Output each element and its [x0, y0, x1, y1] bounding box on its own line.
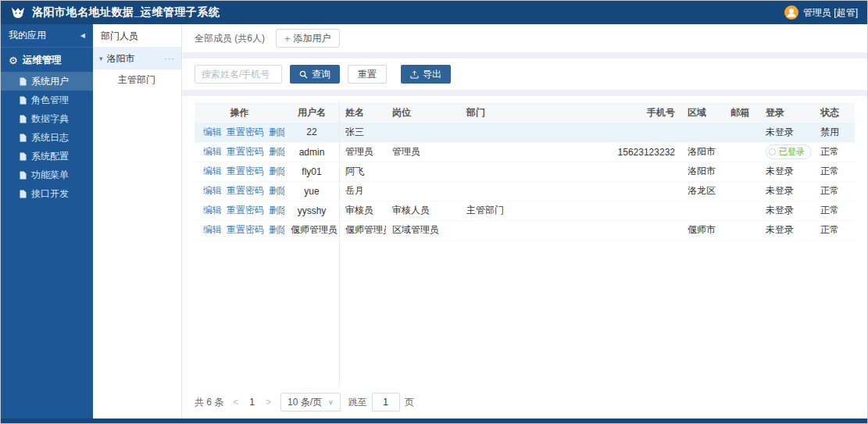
sidebar-header-label: 我的应用	[9, 29, 46, 42]
sidebar-item[interactable]: 角色管理	[1, 91, 93, 109]
topbar: 洛阳市地名地址数据_运维管理子系统 管理员 [超管]	[1, 1, 867, 24]
sidebar-item[interactable]: 系统配置	[1, 147, 93, 166]
edit-link[interactable]: 编辑	[203, 205, 222, 216]
delete-link[interactable]: 删除	[269, 224, 284, 235]
page-size-select[interactable]: 10 条/页 ∨	[280, 393, 341, 412]
app-logo-icon	[10, 5, 26, 20]
reset-password-link[interactable]: 重置密码	[227, 185, 264, 196]
next-page-button[interactable]: >	[264, 397, 273, 408]
user-area[interactable]: 管理员 [超管]	[784, 5, 858, 20]
member-bar: 全部成员 (共6人) + 添加用户	[182, 24, 867, 52]
edit-link[interactable]: 编辑	[203, 146, 222, 157]
table-row[interactable]: 编辑重置密码删除 偃师管理员 偃师管理员 区域管理员 偃师市	[195, 220, 855, 240]
reset-password-link[interactable]: 重置密码	[227, 126, 264, 137]
sidebar-group-ops[interactable]: ⚙ 运维管理	[1, 48, 93, 72]
search-bar: 查询 重置 导出	[182, 59, 867, 90]
row-actions: 编辑重置密码删除	[195, 162, 284, 181]
tree-node-more-icon[interactable]: ···	[164, 54, 175, 63]
chevron-down-icon[interactable]: ▾	[99, 55, 103, 62]
row-actions: 编辑重置密码删除	[195, 201, 284, 220]
add-user-button[interactable]: + 添加用户	[276, 29, 340, 48]
cell-email	[724, 181, 759, 201]
jump-label: 跳至	[348, 396, 367, 409]
edit-link[interactable]: 编辑	[203, 166, 222, 176]
query-button[interactable]: 查询	[290, 65, 340, 84]
current-page[interactable]: 1	[248, 397, 256, 408]
row-actions: 编辑重置密码删除	[195, 123, 284, 142]
edit-link[interactable]: 编辑	[203, 126, 222, 137]
cell-department	[460, 162, 599, 181]
table-row[interactable]: 编辑重置密码删除 22 张三	[195, 123, 855, 142]
row-actions: 编辑重置密码删除	[195, 181, 284, 201]
cell-status: 正常	[814, 162, 855, 181]
document-icon	[20, 190, 27, 198]
cell-department	[460, 142, 599, 162]
cell-name: 阿飞	[339, 162, 386, 181]
cell-login: 未登录 未登录	[759, 201, 814, 220]
delete-link[interactable]: 删除	[269, 205, 284, 216]
delete-link[interactable]: 删除	[269, 126, 284, 137]
delete-link[interactable]: 删除	[269, 185, 284, 196]
gear-icon: ⚙	[9, 55, 18, 66]
sidebar-item[interactable]: 系统用户	[1, 72, 93, 91]
prev-page-button[interactable]: <	[231, 397, 240, 408]
plus-icon: +	[284, 33, 291, 45]
cell-position: 区域管理员	[386, 220, 460, 240]
delete-link[interactable]: 删除	[269, 166, 284, 176]
pagination: 共 6 条 < 1 > 10 条/页 ∨ 跳至 页	[195, 386, 855, 419]
cell-login: 未登录 未登录	[759, 123, 814, 142]
department-panel: 部门人员 ▾ 洛阳市 ··· 主管部门	[93, 24, 182, 419]
cell-email	[724, 142, 759, 162]
total-count: 共 6 条	[195, 396, 223, 409]
reset-password-link[interactable]: 重置密码	[227, 224, 264, 235]
cell-username: yue	[284, 181, 339, 201]
column-header: 用户名	[284, 102, 339, 123]
edit-link[interactable]: 编辑	[203, 185, 222, 196]
edit-link[interactable]: 编辑	[203, 224, 222, 235]
sidebar-item-label: 数据字典	[31, 112, 69, 126]
table-row[interactable]: 编辑重置密码删除 admin 管理员 管理员 15623123232 洛阳市	[195, 142, 855, 162]
login-text: 未登录	[766, 185, 794, 196]
login-text: 未登录	[766, 224, 794, 235]
reset-password-link[interactable]: 重置密码	[227, 146, 264, 157]
cell-username: 22	[284, 123, 339, 142]
jump-to-page: 跳至 页	[348, 393, 414, 412]
cell-department	[460, 220, 599, 240]
user-name: 管理员 [超管]	[803, 6, 858, 20]
column-header: 姓名	[339, 102, 386, 123]
sidebar-item-label: 系统配置	[31, 150, 69, 163]
column-header: 部门	[460, 102, 599, 123]
cell-email	[724, 220, 759, 240]
cell-phone	[599, 123, 681, 142]
jump-page-input[interactable]	[372, 393, 400, 412]
tree-node-luoyang[interactable]: ▾ 洛阳市 ···	[93, 48, 181, 69]
collapse-sidebar-icon[interactable]: ◀	[80, 32, 85, 39]
reset-password-link[interactable]: 重置密码	[227, 166, 264, 176]
reset-password-link[interactable]: 重置密码	[227, 205, 264, 216]
cell-region: 偃师市	[681, 220, 724, 240]
sidebar-item[interactable]: 系统日志	[1, 128, 93, 147]
sidebar-item[interactable]: 接口开发	[1, 184, 93, 203]
sidebar-item-label: 功能菜单	[31, 169, 69, 182]
cell-username: 偃师管理员	[284, 220, 339, 240]
login-toggle[interactable]: 已登录	[766, 144, 812, 159]
tree-node-department[interactable]: 主管部门	[93, 69, 181, 90]
login-text: 未登录	[766, 126, 794, 137]
table-row[interactable]: 编辑重置密码删除 yue 岳月 洛龙区	[195, 181, 855, 201]
delete-link[interactable]: 删除	[269, 146, 284, 157]
table-row[interactable]: 编辑重置密码删除 fly01 阿飞 洛阳市	[195, 162, 855, 181]
cell-position	[386, 162, 460, 181]
export-button[interactable]: 导出	[401, 65, 451, 84]
reset-button[interactable]: 重置	[348, 65, 387, 84]
members-count-label: 全部成员 (共6人)	[195, 32, 265, 45]
column-header: 操作	[195, 102, 284, 123]
search-input[interactable]	[195, 65, 282, 84]
cell-login: 未登录 未登录	[759, 220, 814, 240]
cell-phone	[599, 162, 681, 181]
sidebar-item[interactable]: 功能菜单	[1, 166, 93, 184]
table-row[interactable]: 编辑重置密码删除 yysshy 审核员 审核人员 主管部门	[195, 201, 855, 220]
cell-name: 审核员	[339, 201, 386, 220]
sidebar-item[interactable]: 数据字典	[1, 109, 93, 128]
document-icon	[20, 96, 27, 105]
cell-status: 正常	[814, 201, 855, 220]
